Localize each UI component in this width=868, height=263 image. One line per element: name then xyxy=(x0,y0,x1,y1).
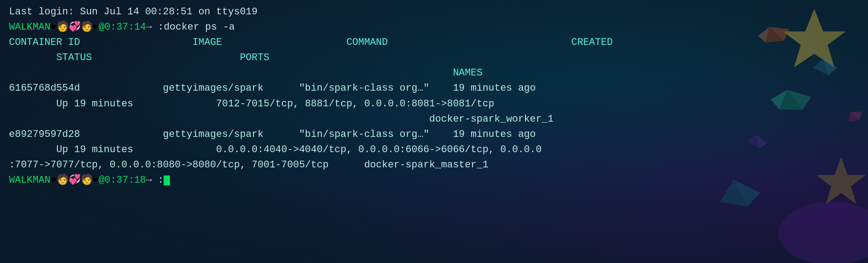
prompt-emojis-1: ❤️🧑💞🧑❤️ xyxy=(50,20,99,35)
row2-status: Up 19 minutes 0.0.0.0:4040->4040/tcp, 0.… xyxy=(9,142,859,158)
table-header-row1: CONTAINER ID IMAGE COMMAND CREATED xyxy=(9,35,859,50)
last-login-line: Last login: Sun Jul 14 00:28:51 on ttys0… xyxy=(9,4,859,20)
prompt-time-1: @0:37:14 xyxy=(99,20,146,35)
row1-status: Up 19 minutes 7012-7015/tcp, 8881/tcp, 0… xyxy=(9,96,859,112)
terminal: Last login: Sun Jul 14 00:28:51 on ttys0… xyxy=(0,0,868,193)
row2-ports2: :7077->7077/tcp, 0.0.0.0:8080->8080/tcp,… xyxy=(9,158,859,173)
row1-main: 6165768d554d gettyimages/spark "bin/spar… xyxy=(9,81,859,96)
prompt-line-2: WALKMAN❤️🧑💞🧑❤️@0:37:18 → : xyxy=(9,173,859,188)
prompt-user-2: WALKMAN xyxy=(9,173,50,188)
table-header-row2: STATUS PORTS xyxy=(9,50,859,66)
svg-point-14 xyxy=(778,202,868,263)
prompt-emojis-2: ❤️🧑💞🧑❤️ xyxy=(50,173,99,188)
cursor xyxy=(164,175,170,185)
prompt-line-1: WALKMAN❤️🧑💞🧑❤️@0:37:14 → : docker ps -a xyxy=(9,20,859,35)
row1-name: docker-spark_worker_1 xyxy=(9,112,859,127)
prompt-command-1: docker ps -a xyxy=(164,20,234,35)
prompt-user-1: WALKMAN xyxy=(9,20,50,35)
prompt-arrow-1: → : xyxy=(146,20,164,35)
prompt-time-2: @0:37:18 xyxy=(99,173,146,188)
prompt-arrow-2: → : xyxy=(146,173,164,188)
row2-main: e89279597d28 gettyimages/spark "bin/spar… xyxy=(9,127,859,142)
table-header-row3: NAMES xyxy=(9,66,859,81)
